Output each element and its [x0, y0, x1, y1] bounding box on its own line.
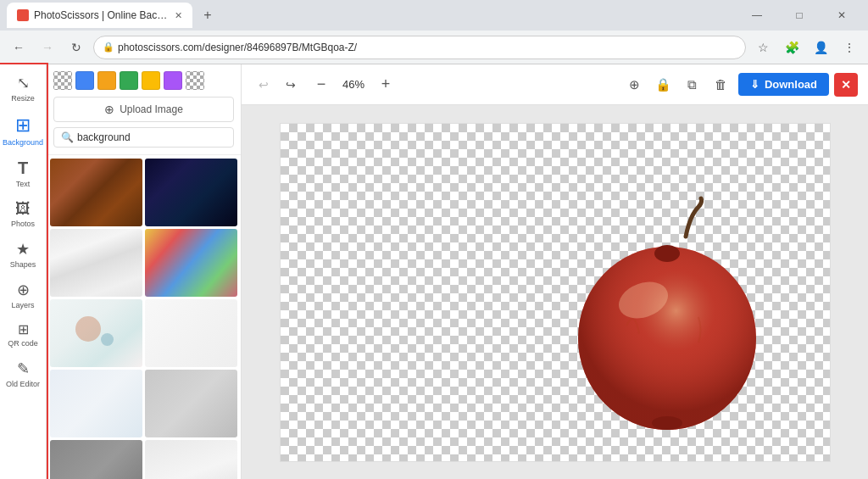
bg-image-wood[interactable]: [50, 159, 142, 226]
history-controls: ↩ ↪: [252, 73, 303, 97]
swatch-transparent[interactable]: [53, 71, 72, 90]
tool-text[interactable]: T Text: [1, 153, 45, 193]
redo-button[interactable]: ↪: [279, 73, 303, 97]
swatch-green[interactable]: [120, 71, 138, 90]
close-button[interactable]: ✕: [822, 0, 861, 31]
bg-image-splatter[interactable]: [50, 299, 142, 367]
toolbar: ↩ ↪ − 46% + ⊕ 🔒 ⧉ 🗑 ⇓ Download ✕: [242, 64, 868, 105]
upload-icon: ⊕: [104, 103, 114, 116]
text-icon: T: [18, 159, 28, 178]
title-bar: PhotoScissors | Online Backgro... ✕ + — …: [0, 0, 868, 31]
search-bar: 🔍: [53, 127, 234, 148]
photos-icon: 🖼: [15, 200, 31, 218]
search-icon: 🔍: [61, 131, 74, 143]
svg-point-3: [652, 416, 682, 430]
new-tab-button[interactable]: +: [196, 3, 220, 27]
browser-chrome: PhotoScissors | Online Backgro... ✕ + — …: [0, 0, 868, 64]
tool-background[interactable]: ⊞ Background: [1, 109, 45, 152]
zoom-controls: − 46% +: [309, 73, 398, 97]
upload-label: Upload Image: [120, 103, 183, 115]
tool-text-label: Text: [16, 180, 31, 188]
bg-panel-header: ⊕ Upload Image 🔍: [47, 90, 241, 155]
swatch-purple[interactable]: [164, 71, 182, 90]
tool-resize[interactable]: ⤡ Resize: [1, 69, 45, 108]
upload-image-button[interactable]: ⊕ Upload Image: [53, 97, 234, 122]
close-red-button[interactable]: ✕: [834, 73, 858, 97]
download-icon: ⇓: [750, 78, 760, 91]
extension-button[interactable]: 🧩: [780, 36, 804, 59]
window-controls: — □ ✕: [737, 0, 861, 31]
tool-shapes[interactable]: ★ Shapes: [1, 235, 45, 274]
tool-old-editor-label: Old Editor: [6, 380, 40, 388]
tool-qrcode[interactable]: ⊞ QR code: [1, 316, 45, 353]
lock-toolbar-button[interactable]: 🔒: [652, 73, 676, 97]
back-button[interactable]: ←: [7, 36, 31, 59]
search-input[interactable]: [77, 131, 226, 143]
svg-point-4: [654, 245, 680, 262]
bg-image-extra[interactable]: [145, 440, 237, 479]
tool-qrcode-label: QR code: [8, 339, 38, 348]
canvas-container[interactable]: [242, 105, 868, 479]
shapes-icon: ★: [16, 240, 30, 259]
qrcode-icon: ⊞: [18, 321, 29, 337]
layers-toolbar-button[interactable]: ⊕: [623, 73, 647, 97]
address-url: photoscissors.com/designer/84696897B/MtG…: [118, 42, 357, 53]
download-button[interactable]: ⇓ Download: [738, 73, 829, 96]
tool-resize-label: Resize: [11, 94, 35, 103]
bg-image-gray[interactable]: [145, 370, 237, 437]
tool-background-label: Background: [3, 138, 43, 147]
trash-toolbar-button[interactable]: 🗑: [709, 73, 733, 97]
nav-bar: ← → ↻ 🔒 photoscissors.com/designer/84696…: [0, 31, 868, 64]
zoom-in-button[interactable]: +: [374, 73, 398, 97]
tool-photos[interactable]: 🖼 Photos: [1, 195, 45, 233]
download-label: Download: [765, 78, 817, 91]
bg-images-grid: [47, 155, 241, 479]
apple-image: [559, 190, 779, 444]
maximize-button[interactable]: □: [780, 0, 819, 31]
bookmark-button[interactable]: ☆: [751, 36, 775, 59]
tool-layers-label: Layers: [11, 301, 34, 309]
background-panel: ⊕ Upload Image 🔍: [47, 64, 242, 479]
undo-button[interactable]: ↩: [252, 73, 275, 97]
forward-button[interactable]: →: [36, 36, 59, 59]
browser-tab[interactable]: PhotoScissors | Online Backgro... ✕: [7, 3, 192, 28]
bg-image-space[interactable]: [145, 159, 237, 226]
canvas[interactable]: [280, 123, 831, 462]
canvas-area: ↩ ↪ − 46% + ⊕ 🔒 ⧉ 🗑 ⇓ Download ✕: [242, 64, 868, 479]
menu-button[interactable]: ⋮: [837, 36, 861, 59]
swatch-yellow[interactable]: [142, 71, 160, 90]
tools-sidebar: ⤡ Resize ⊞ Background T Text 🖼 Photos ★ …: [0, 64, 47, 479]
secure-icon: 🔒: [103, 42, 114, 53]
tab-favicon: [17, 9, 29, 21]
toolbar-right: ⊕ 🔒 ⧉ 🗑 ⇓ Download ✕: [623, 73, 858, 97]
profile-button[interactable]: 👤: [809, 36, 832, 59]
background-icon: ⊞: [15, 114, 31, 136]
tool-layers[interactable]: ⊕ Layers: [1, 276, 45, 315]
reload-button[interactable]: ↻: [64, 36, 88, 59]
address-bar[interactable]: 🔒 photoscissors.com/designer/84696897B/M…: [93, 36, 746, 59]
old-editor-icon: ✎: [17, 359, 30, 378]
zoom-level: 46%: [337, 78, 370, 91]
copy-toolbar-button[interactable]: ⧉: [681, 73, 704, 97]
bg-image-colored-wood[interactable]: [145, 229, 237, 297]
swatch-blue[interactable]: [75, 71, 94, 90]
bg-image-white-fabric[interactable]: [50, 229, 142, 297]
bg-image-white[interactable]: [145, 299, 237, 367]
zoom-out-button[interactable]: −: [309, 73, 333, 97]
bg-image-dark[interactable]: [50, 440, 142, 479]
tool-photos-label: Photos: [11, 220, 35, 228]
minimize-button[interactable]: —: [737, 0, 776, 31]
swatch-checker2[interactable]: [186, 71, 204, 90]
tool-shapes-label: Shapes: [10, 260, 36, 269]
app: ⤡ Resize ⊞ Background T Text 🖼 Photos ★ …: [0, 64, 868, 479]
color-swatches-row: [47, 64, 241, 90]
tool-old-editor[interactable]: ✎ Old Editor: [1, 354, 45, 393]
swatch-orange[interactable]: [97, 71, 116, 90]
resize-icon: ⤡: [17, 74, 30, 92]
svg-point-1: [578, 247, 756, 430]
tab-title: PhotoScissors | Online Backgro...: [34, 9, 170, 21]
layers-icon: ⊕: [17, 281, 30, 299]
tab-close-button[interactable]: ✕: [175, 10, 182, 21]
bg-image-light[interactable]: [50, 370, 142, 437]
